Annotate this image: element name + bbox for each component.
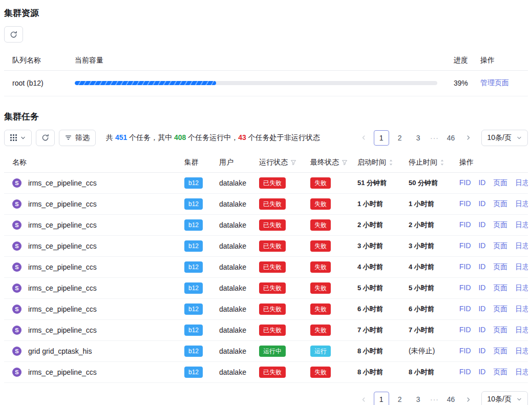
action-log-link[interactable]: 日志 bbox=[515, 220, 528, 229]
column-settings-button[interactable] bbox=[4, 130, 32, 146]
action-id-link[interactable]: ID bbox=[478, 220, 485, 229]
prev-page-button[interactable] bbox=[357, 392, 371, 405]
page-size-select[interactable]: 10条/页 bbox=[481, 130, 528, 146]
action-page-link[interactable]: 页面 bbox=[493, 326, 507, 334]
page-button-2[interactable]: 2 bbox=[392, 392, 408, 405]
page-size-select[interactable]: 10条/页 bbox=[481, 391, 528, 405]
action-id-link[interactable]: ID bbox=[478, 178, 485, 187]
filter-lines-icon bbox=[65, 134, 72, 141]
chevron-down-icon bbox=[517, 135, 522, 140]
final-status-badge: 失败 bbox=[310, 198, 331, 210]
action-log-link[interactable]: 日志 bbox=[515, 305, 528, 313]
page-button-last[interactable]: 46 bbox=[443, 392, 459, 405]
user-name: datalake bbox=[219, 179, 246, 187]
action-page-link[interactable]: 页面 bbox=[493, 305, 507, 313]
start-time: 5 小时前 bbox=[357, 284, 383, 292]
action-page-link[interactable]: 页面 bbox=[493, 220, 507, 229]
action-log-link[interactable]: 日志 bbox=[515, 284, 528, 292]
cluster-badge: b12 bbox=[184, 303, 203, 315]
action-id-link[interactable]: ID bbox=[478, 347, 485, 355]
action-fid-link[interactable]: FID bbox=[459, 347, 471, 355]
filter-funnel-icon[interactable] bbox=[290, 159, 296, 166]
run-status-badge: 已失败 bbox=[259, 177, 286, 189]
col-start-time[interactable]: 启动时间 bbox=[349, 153, 400, 173]
next-page-button[interactable] bbox=[462, 131, 475, 145]
col-run-status[interactable]: 运行状态 bbox=[251, 153, 302, 173]
resources-row: root (b12) 39% 管理页面 bbox=[4, 70, 528, 96]
pagination-bottom: 1 2 3 ··· 46 10条/页 bbox=[357, 391, 528, 405]
action-page-link[interactable]: 页面 bbox=[493, 241, 507, 250]
final-status-badge: 失败 bbox=[310, 325, 331, 336]
cluster-badge: b12 bbox=[184, 177, 203, 189]
cluster-badge: b12 bbox=[184, 198, 203, 210]
action-fid-link[interactable]: FID bbox=[459, 262, 471, 271]
stop-time: 5 小时前 bbox=[409, 284, 434, 292]
action-log-link[interactable]: 日志 bbox=[515, 347, 528, 355]
cluster-badge: b12 bbox=[184, 346, 203, 357]
action-page-link[interactable]: 页面 bbox=[493, 262, 507, 271]
final-status-badge: 运行 bbox=[310, 346, 331, 357]
page-ellipsis[interactable]: ··· bbox=[429, 395, 440, 403]
tasks-refresh-button[interactable] bbox=[36, 130, 55, 146]
page-ellipsis[interactable]: ··· bbox=[429, 134, 440, 142]
col-final-status[interactable]: 最终状态 bbox=[302, 153, 349, 173]
avatar: S bbox=[12, 326, 22, 335]
filter-button-label: 筛选 bbox=[75, 133, 90, 143]
filter-funnel-icon[interactable] bbox=[342, 159, 348, 166]
action-fid-link[interactable]: FID bbox=[459, 284, 471, 292]
action-id-link[interactable]: ID bbox=[478, 326, 485, 334]
task-name: irms_ce_pipeline_ccs bbox=[28, 221, 97, 229]
page-button-1[interactable]: 1 bbox=[374, 130, 389, 146]
sort-icon[interactable] bbox=[389, 159, 393, 166]
action-page-link[interactable]: 页面 bbox=[493, 284, 507, 292]
task-count-summary: 共 451 个任务，其中 408 个任务运行中，43 个任务处于非运行状态 bbox=[106, 133, 320, 143]
grid-icon bbox=[10, 134, 17, 141]
sort-icon[interactable] bbox=[440, 159, 444, 166]
action-id-link[interactable]: ID bbox=[478, 305, 485, 313]
page-button-3[interactable]: 3 bbox=[411, 392, 426, 405]
action-log-link[interactable]: 日志 bbox=[515, 199, 528, 208]
cluster-badge: b12 bbox=[184, 240, 203, 252]
run-status-badge: 运行中 bbox=[259, 346, 286, 357]
action-fid-link[interactable]: FID bbox=[459, 326, 471, 334]
final-status-badge: 失败 bbox=[310, 282, 331, 294]
action-log-link[interactable]: 日志 bbox=[515, 178, 528, 187]
user-name: datalake bbox=[219, 347, 246, 355]
action-fid-link[interactable]: FID bbox=[459, 305, 471, 313]
manage-page-link[interactable]: 管理页面 bbox=[480, 78, 509, 87]
chevron-down-icon bbox=[517, 397, 522, 402]
avatar: S bbox=[12, 241, 22, 251]
action-fid-link[interactable]: FID bbox=[459, 199, 471, 208]
action-fid-link[interactable]: FID bbox=[459, 220, 471, 229]
action-fid-link[interactable]: FID bbox=[459, 178, 471, 187]
action-id-link[interactable]: ID bbox=[478, 368, 485, 376]
page-button-1[interactable]: 1 bbox=[374, 392, 389, 405]
prev-page-button[interactable] bbox=[357, 131, 371, 145]
resources-refresh-button[interactable] bbox=[4, 26, 23, 43]
action-id-link[interactable]: ID bbox=[478, 262, 485, 271]
action-log-link[interactable]: 日志 bbox=[515, 241, 528, 250]
avatar: S bbox=[12, 262, 22, 272]
cluster-badge: b12 bbox=[184, 282, 203, 294]
filter-button[interactable]: 筛选 bbox=[59, 130, 96, 146]
page-button-last[interactable]: 46 bbox=[443, 130, 459, 146]
page-button-2[interactable]: 2 bbox=[392, 130, 408, 146]
user-name: datalake bbox=[219, 305, 246, 313]
action-log-link[interactable]: 日志 bbox=[515, 326, 528, 334]
action-page-link[interactable]: 页面 bbox=[493, 199, 507, 208]
page-button-3[interactable]: 3 bbox=[411, 130, 426, 146]
action-fid-link[interactable]: FID bbox=[459, 241, 471, 250]
col-stop-time[interactable]: 停止时间 bbox=[400, 153, 451, 173]
action-id-link[interactable]: ID bbox=[478, 241, 485, 250]
action-id-link[interactable]: ID bbox=[478, 284, 485, 292]
action-fid-link[interactable]: FID bbox=[459, 368, 471, 376]
action-log-link[interactable]: 日志 bbox=[515, 368, 528, 376]
next-page-button[interactable] bbox=[462, 392, 475, 405]
total-task-count: 451 bbox=[115, 133, 127, 141]
action-page-link[interactable]: 页面 bbox=[493, 368, 507, 376]
action-page-link[interactable]: 页面 bbox=[493, 347, 507, 355]
action-page-link[interactable]: 页面 bbox=[493, 178, 507, 187]
avatar: S bbox=[12, 347, 22, 356]
action-id-link[interactable]: ID bbox=[478, 199, 485, 208]
action-log-link[interactable]: 日志 bbox=[515, 262, 528, 271]
